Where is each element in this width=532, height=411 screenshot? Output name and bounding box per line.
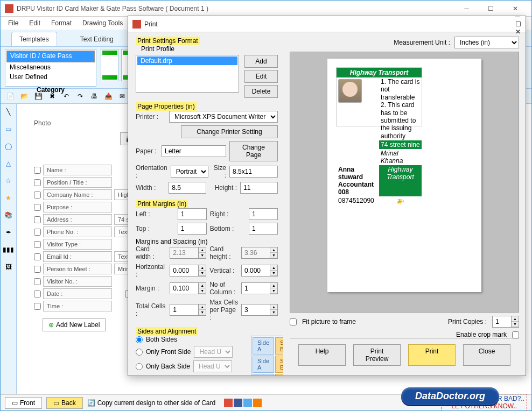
- add-profile-button[interactable]: Add: [244, 55, 278, 68]
- favorite-tool-icon[interactable]: ★: [4, 193, 13, 203]
- height-input[interactable]: [240, 182, 278, 194]
- line-tool-icon[interactable]: ╲: [4, 107, 13, 117]
- spinner-icon[interactable]: ▲▼: [270, 304, 278, 316]
- email-icon[interactable]: ✉: [117, 91, 128, 102]
- front-only-radio[interactable]: [136, 349, 143, 356]
- field-checkbox[interactable]: [34, 241, 41, 248]
- maxcells-input[interactable]: [241, 304, 270, 316]
- export-icon[interactable]: 📤: [103, 91, 114, 102]
- triangle-tool-icon[interactable]: △: [4, 159, 13, 168]
- help-button[interactable]: Help: [298, 344, 346, 366]
- save-icon[interactable]: 💾: [33, 91, 44, 102]
- field-checkbox[interactable]: [34, 167, 41, 174]
- redo-icon[interactable]: ↷: [75, 91, 86, 102]
- field-checkbox[interactable]: [34, 204, 41, 211]
- crop-mark-checkbox[interactable]: [512, 331, 519, 338]
- side-a-button[interactable]: Side A: [253, 374, 274, 375]
- undo-icon[interactable]: ↶: [61, 91, 72, 102]
- side-b-button[interactable]: Side B: [275, 337, 283, 355]
- change-page-button[interactable]: Change Page: [229, 141, 278, 161]
- horizontal-input[interactable]: [170, 265, 199, 277]
- menu-file[interactable]: File: [3, 18, 24, 28]
- card-height-input[interactable]: [241, 247, 270, 259]
- dialog-minimize-button[interactable]: ─: [515, 13, 521, 20]
- tab-templates[interactable]: Templates: [11, 32, 57, 46]
- spinner-icon[interactable]: ▲▼: [270, 282, 278, 294]
- margin-input[interactable]: [170, 282, 199, 294]
- template-thumb[interactable]: [101, 49, 119, 81]
- profile-item[interactable]: Default.drp: [137, 56, 237, 65]
- print-preview-button[interactable]: Print Preview: [353, 344, 401, 366]
- field-checkbox[interactable]: [34, 192, 41, 199]
- library-tool-icon[interactable]: 📚: [4, 210, 13, 220]
- category-item[interactable]: Visitor ID / Gate Pass: [6, 51, 95, 62]
- circle-tool-icon[interactable]: ◯: [4, 141, 13, 151]
- image-tool-icon[interactable]: 🖼: [4, 262, 13, 272]
- star-tool-icon[interactable]: ☆: [4, 176, 13, 186]
- fit-picture-checkbox[interactable]: [290, 318, 297, 325]
- printer-select[interactable]: Microsoft XPS Document Writer: [169, 111, 278, 123]
- card-width-input[interactable]: [170, 247, 199, 259]
- category-item[interactable]: User Defined: [6, 72, 95, 82]
- spinner-icon[interactable]: ▲▼: [270, 247, 278, 259]
- field-checkbox[interactable]: [34, 290, 41, 297]
- spinner-icon[interactable]: ▲▼: [199, 282, 206, 294]
- side-b-button[interactable]: Side B: [275, 356, 283, 373]
- bottom-margin-input[interactable]: [249, 223, 278, 235]
- menu-edit[interactable]: Edit: [24, 18, 46, 28]
- close-dialog-button[interactable]: Close: [463, 344, 510, 366]
- twitter-icon[interactable]: [243, 399, 252, 407]
- orientation-select[interactable]: Portrait: [171, 166, 208, 178]
- spinner-icon[interactable]: ▲▼: [512, 316, 519, 328]
- edit-profile-button[interactable]: Edit: [244, 70, 278, 83]
- both-sides-radio[interactable]: [136, 336, 143, 343]
- measurement-unit-select[interactable]: Inches (in): [454, 37, 519, 48]
- size-input[interactable]: [229, 166, 278, 178]
- back-only-radio[interactable]: [136, 363, 143, 370]
- back-side-button[interactable]: ▭Back: [46, 397, 83, 409]
- dialog-maximize-button[interactable]: ☐: [515, 20, 521, 28]
- maximize-button[interactable]: ☐: [479, 1, 503, 16]
- copy-design-button[interactable]: 🔄Copy current design to other side of Ca…: [87, 399, 215, 407]
- field-checkbox[interactable]: [34, 179, 41, 186]
- print-button[interactable]: Print: [408, 344, 456, 366]
- spinner-icon[interactable]: ▲▼: [199, 265, 206, 277]
- left-margin-input[interactable]: [178, 208, 207, 220]
- field-checkbox[interactable]: [34, 278, 41, 285]
- delete-icon[interactable]: ✖: [47, 91, 58, 102]
- field-checkbox[interactable]: [34, 303, 41, 310]
- ncol-input[interactable]: [241, 282, 270, 294]
- total-cells-input[interactable]: [170, 304, 199, 316]
- delete-profile-button[interactable]: Delete: [244, 85, 278, 98]
- category-list[interactable]: Visitor ID / Gate Pass Miscellaneous Use…: [5, 49, 96, 87]
- menu-drawing[interactable]: Drawing Tools: [77, 18, 128, 28]
- field-checkbox[interactable]: [34, 216, 41, 223]
- minimize-button[interactable]: ─: [454, 1, 479, 16]
- change-printer-button[interactable]: Change Printer Setting: [181, 125, 278, 138]
- rect-tool-icon[interactable]: ▭: [4, 124, 13, 134]
- field-checkbox[interactable]: [34, 229, 41, 236]
- vertical-input[interactable]: [241, 265, 270, 277]
- front-side-button[interactable]: ▭Front: [5, 397, 42, 409]
- side-a-button[interactable]: Side A: [253, 356, 274, 373]
- profile-list[interactable]: Default.drp: [136, 55, 239, 93]
- width-input[interactable]: [169, 182, 206, 194]
- blogger-icon[interactable]: [253, 399, 262, 407]
- spinner-icon[interactable]: ▲▼: [199, 304, 206, 316]
- signature-tool-icon[interactable]: ✒: [4, 228, 13, 237]
- print-icon[interactable]: 🖶: [89, 91, 100, 102]
- facebook-icon[interactable]: [234, 399, 242, 407]
- right-margin-input[interactable]: [249, 208, 278, 220]
- google-plus-icon[interactable]: [224, 399, 233, 407]
- category-item[interactable]: Miscellaneous: [6, 62, 95, 72]
- new-icon[interactable]: 📄: [5, 91, 16, 102]
- paper-input[interactable]: [162, 145, 226, 157]
- open-icon[interactable]: 📂: [19, 91, 30, 102]
- field-checkbox[interactable]: [34, 266, 41, 273]
- field-checkbox[interactable]: [34, 253, 41, 260]
- spinner-icon[interactable]: ▲▼: [199, 247, 206, 259]
- barcode-tool-icon[interactable]: ▮▮▮: [4, 245, 13, 254]
- spinner-icon[interactable]: ▲▼: [270, 265, 278, 277]
- print-copies-input[interactable]: [492, 316, 512, 328]
- menu-format[interactable]: Format: [46, 18, 77, 28]
